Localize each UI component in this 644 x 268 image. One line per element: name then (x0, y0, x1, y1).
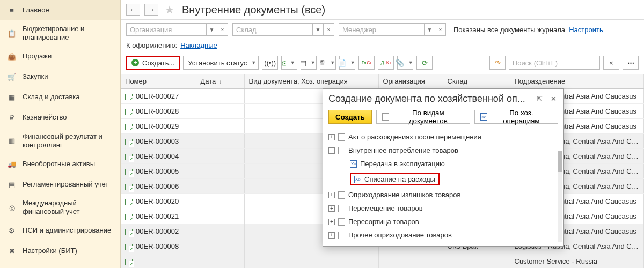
sidebar-item[interactable]: 🛒Закупки (0, 67, 120, 87)
modal-title: Создание документа по хозяйственной оп..… (328, 93, 530, 105)
copy-button[interactable]: ⎘▼ (281, 56, 297, 70)
sidebar-item[interactable]: ✖Настройки (БИТ) (0, 241, 120, 262)
globe-icon: ◎ (8, 203, 16, 212)
page-title: Внутренние документы (все) (182, 4, 325, 16)
form-icon: ▤ (8, 180, 16, 189)
operation-tree[interactable]: +Акт о расхождениях после перемещения-Вн… (323, 128, 564, 246)
favorite-star-icon[interactable]: ★ (165, 3, 174, 16)
create-button[interactable]: + Создать... (126, 56, 180, 70)
report-button[interactable]: 📄▼ (339, 56, 355, 70)
page-icon: Хо (350, 160, 357, 168)
page-icon (338, 191, 345, 199)
sidebar-item-label: Финансовый результат и контроллинг (23, 132, 113, 150)
pin-icon[interactable]: ⇱ (535, 94, 544, 104)
clear-icon[interactable]: × (217, 24, 228, 35)
page-icon (338, 205, 345, 212)
clear-icon[interactable]: × (323, 24, 334, 35)
sidebar-item-label: Продажи (23, 52, 52, 61)
warehouse-filter[interactable]: Склад ▼ × (232, 23, 334, 36)
tree-node[interactable]: +Оприходование излишков товаров (326, 188, 560, 202)
broadcast-button[interactable]: ((•)) (262, 56, 278, 70)
configure-link[interactable]: Настроить (569, 26, 603, 34)
sidebar-item-label: НСИ и администрирование (23, 226, 111, 235)
sort-asc-icon: ↓ (219, 79, 222, 85)
tree-node[interactable]: +Перемещение товаров (326, 202, 560, 215)
wrench-icon: ✖ (8, 247, 16, 256)
refresh-button[interactable]: ⟳ (416, 56, 433, 70)
tree-node-label: Внутреннее потребление товаров (348, 146, 458, 154)
col-whs: Склад (443, 74, 510, 89)
toolbar: + Создать... Установить статус▼ ((•)) ⎘▼… (121, 53, 644, 74)
doc-posted-icon (125, 199, 133, 205)
sidebar-item[interactable]: ≡Главное (0, 0, 120, 20)
pending-bar: К оформлению: Накладные (121, 39, 644, 53)
tree-node[interactable]: +Акт о расхождениях после перемещения (326, 130, 560, 144)
doc-posted-icon (125, 244, 133, 250)
export-button[interactable]: ↷ (489, 56, 506, 70)
create-doc-modal: Создание документа по хозяйственной оп..… (323, 88, 564, 247)
tree-node[interactable]: ХоСписание на расходы (326, 170, 560, 188)
bars-icon: ▥ (8, 137, 16, 145)
more-button[interactable]: ⋯ (623, 56, 639, 70)
clear-icon[interactable]: × (435, 24, 445, 35)
expander-icon[interactable]: + (328, 219, 335, 225)
tree-node[interactable]: -Внутреннее потребление товаров (326, 144, 560, 157)
drcr-button[interactable]: DrCr (358, 56, 375, 70)
filter-note: Показаны все документы журнала Настроить (453, 26, 603, 34)
tree-node[interactable]: +Пересортица товаров (326, 215, 560, 228)
sidebar-item[interactable]: ₽Казначейство (0, 108, 120, 128)
by-doc-types-button[interactable]: По видам документов (376, 110, 470, 124)
sidebar-item[interactable]: 👜Продажи (0, 47, 120, 67)
set-status-button[interactable]: Установить статус▼ (183, 56, 259, 70)
sidebar-item-label: Закупки (23, 72, 48, 81)
col-number: Номер (121, 74, 196, 89)
tree-node-label: Пересортица товаров (348, 218, 419, 226)
org-filter[interactable]: Организация ▼ × (126, 23, 228, 36)
sidebar-item[interactable]: 🚚Внеоборотные активы (0, 154, 120, 174)
sidebar-item[interactable]: ▦Склад и доставка (0, 87, 120, 108)
truck-icon: 🚚 (8, 160, 16, 168)
sidebar-item[interactable]: 📋Бюджетирование и планирование (0, 20, 120, 47)
doc-posted-icon (125, 229, 133, 235)
sidebar-item[interactable]: ▤Регламентированный учет (0, 174, 120, 195)
nav-back-button[interactable]: ← (126, 4, 140, 16)
close-icon[interactable]: ✕ (548, 94, 558, 104)
drcr2-button[interactable]: ДтКт (378, 56, 394, 70)
col-org: Организация (378, 74, 443, 89)
expander-icon[interactable]: + (328, 232, 335, 239)
expander-icon[interactable]: + (328, 134, 335, 140)
expander-icon[interactable]: - (328, 147, 335, 154)
attach-button[interactable]: 📎▼ (397, 56, 413, 70)
print-button[interactable]: 🖶▼ (320, 56, 336, 70)
chevron-down-icon[interactable]: ▼ (206, 24, 217, 35)
scrollbar-thumb[interactable] (558, 151, 562, 172)
chevron-down-icon[interactable]: ▼ (424, 24, 435, 35)
by-operations-button[interactable]: ХоПо хоз. операциям (474, 110, 558, 124)
invoices-link[interactable]: Накладные (180, 41, 217, 49)
manager-filter[interactable]: Менеджер ▼ × (339, 23, 446, 36)
doc-posted-icon (125, 154, 133, 160)
sidebar-item[interactable]: ◎Международный финансовый учет (0, 195, 120, 221)
search-input[interactable]: Поиск (Ctrl+F) (509, 56, 600, 70)
tree-node[interactable]: +Прочее оприходование товаров (326, 228, 560, 242)
table-row[interactable]: Customer Service - Russia (121, 254, 644, 269)
modal-create-button[interactable]: Создать (328, 110, 372, 124)
page-icon: Хо (354, 176, 361, 183)
expander-icon[interactable]: + (328, 192, 335, 198)
doc-posted-icon (125, 169, 133, 175)
chevron-down-icon[interactable]: ▼ (312, 24, 323, 35)
tree-node[interactable]: ХоПередача в эксплуатацию (326, 157, 560, 170)
sidebar-item[interactable]: ⚙НСИ и администрирование (0, 221, 120, 241)
col-doc: Вид документа, Хоз. операция (244, 74, 378, 89)
sidebar-item-label: Внеоборотные активы (23, 160, 95, 168)
search-clear-button[interactable]: × (603, 56, 619, 70)
list-button[interactable]: ▤▼ (301, 56, 317, 70)
table-header-row[interactable]: Номер Дата↓ Вид документа, Хоз. операция… (121, 74, 644, 89)
expander-icon[interactable]: + (328, 205, 335, 212)
sidebar: ≡Главное📋Бюджетирование и планирование👜П… (0, 0, 121, 268)
nav-forward-button[interactable]: → (144, 4, 158, 16)
coin-icon: ₽ (8, 114, 16, 122)
sidebar-item-label: Казначейство (23, 113, 67, 122)
sidebar-item[interactable]: ▥Финансовый результат и контроллинг (0, 128, 120, 154)
titlebar: ← → ★ Внутренние документы (все) (121, 0, 644, 20)
